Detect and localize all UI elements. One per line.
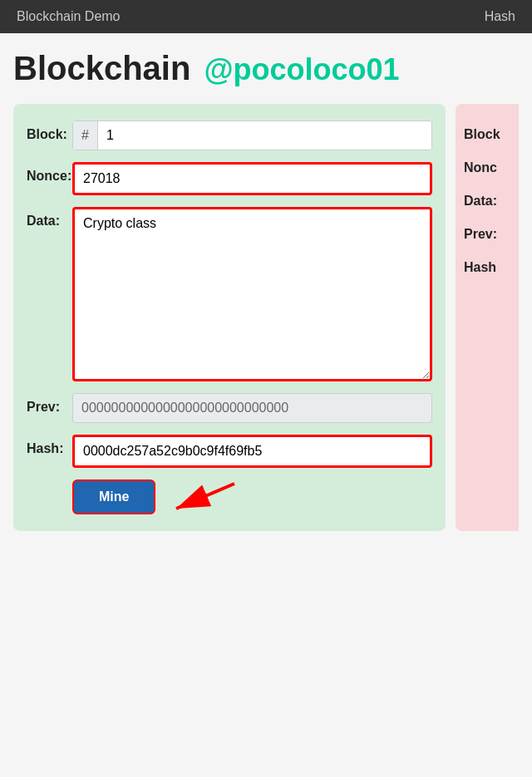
data-row: Data: Crypto class [27, 207, 432, 381]
nav-title: Blockchain Demo [17, 9, 121, 24]
page-title: Blockchain [13, 50, 190, 87]
partial-block-label: Block [464, 120, 519, 142]
data-label: Data: [27, 207, 72, 229]
prev-label: Prev: [27, 393, 72, 415]
hash-row: Hash: [27, 435, 432, 468]
page-content: Blockchain @pocoloco01 Block: # Nonce: D… [0, 33, 532, 548]
prev-row: Prev: [27, 393, 432, 423]
block-number-row: Block: # [27, 120, 432, 150]
nonce-input[interactable] [72, 162, 432, 195]
nonce-row: Nonce: [27, 162, 432, 195]
page-header: Blockchain @pocoloco01 [13, 50, 519, 87]
data-textarea[interactable]: Crypto class [72, 207, 432, 381]
blocks-area: Block: # Nonce: Data: Crypto class Prev: [13, 104, 519, 531]
svg-line-1 [176, 484, 234, 509]
hash-symbol: # [73, 121, 98, 150]
block-card-2-partial: Block Nonc Data: Prev: Hash [456, 104, 519, 531]
partial-hash-label: Hash [464, 253, 519, 275]
hash-input [72, 435, 432, 468]
block-number-wrapper: # [72, 120, 432, 150]
mine-button[interactable]: Mine [72, 479, 155, 514]
block-label: Block: [27, 120, 72, 142]
nonce-label: Nonce: [27, 162, 72, 184]
nav-bar: Blockchain Demo Hash [0, 0, 532, 33]
nav-hash-link[interactable]: Hash [485, 9, 515, 24]
prev-input [72, 393, 432, 423]
partial-prev-label: Prev: [464, 220, 519, 242]
arrow-indicator [160, 475, 243, 525]
hash-label: Hash: [27, 435, 72, 456]
mine-row: Mine [27, 479, 432, 514]
block-number-input[interactable] [98, 121, 431, 150]
partial-data-label: Data: [464, 187, 519, 209]
partial-nonce-label: Nonc [464, 154, 519, 175]
page-handle: @pocoloco01 [204, 52, 399, 87]
block-card-1: Block: # Nonce: Data: Crypto class Prev: [13, 104, 446, 531]
